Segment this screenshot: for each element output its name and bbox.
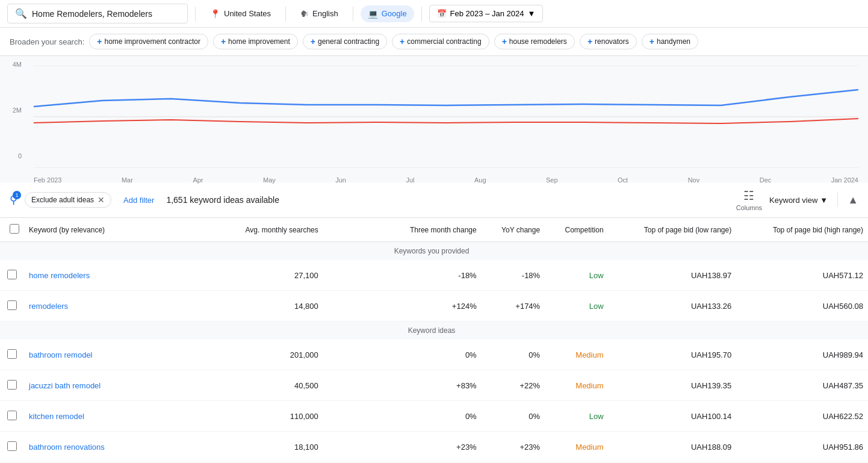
chip-label: commercial contracting <box>407 37 481 46</box>
keyword-cell[interactable]: bathroom remodel <box>24 340 214 370</box>
chip-label: general contracting <box>318 37 379 46</box>
table-row: home remodelers 27,100 -18% -18% Low UAH… <box>0 260 868 291</box>
y-label-0: 0 <box>0 152 24 160</box>
translate-icon: 🗣 <box>300 9 309 19</box>
table-row: bathroom remodel 201,000 0% 0% Medium UA… <box>0 340 868 370</box>
bid-high-column-header[interactable]: Top of page bid (high range) <box>736 218 868 242</box>
row-checkbox[interactable] <box>7 441 17 451</box>
plus-icon: + <box>502 37 507 46</box>
three-month-column-header[interactable]: Three month change <box>381 218 482 242</box>
table-row: bathroom renovations 18,100 +23% +23% Me… <box>0 432 868 462</box>
chip-close-icon[interactable]: ✕ <box>98 195 105 205</box>
x-label-feb: Feb 2023 <box>34 176 61 184</box>
section-label: Keywords you provided <box>0 242 868 261</box>
x-label-aug: Aug <box>474 176 486 184</box>
competition-column-header[interactable]: Competition <box>545 218 608 242</box>
date-range-label: Feb 2023 – Jan 2024 <box>450 9 524 18</box>
y-label-2m: 2M <box>0 107 24 114</box>
row-checkbox-cell <box>0 401 24 432</box>
competition-cell: Medium <box>545 340 608 370</box>
chevron-down-icon: ▼ <box>528 9 536 18</box>
bid-low-cell: UAH195.70 <box>609 340 737 370</box>
sparkline-cell <box>323 340 381 370</box>
location-button[interactable]: 📍 United States <box>203 5 278 22</box>
chevron-down-icon: ▼ <box>820 196 828 205</box>
bid-high-label: Top of page bid (high range) <box>773 226 863 234</box>
avg-monthly-column-header[interactable]: Avg. monthly searches <box>214 218 323 242</box>
language-button[interactable]: 🗣 English <box>293 5 346 22</box>
competition-value: Medium <box>575 443 603 452</box>
sparkline-cell <box>323 291 381 322</box>
divider <box>353 7 353 21</box>
row-checkbox[interactable] <box>7 349 17 359</box>
bid-low-cell: UAH100.14 <box>609 401 737 432</box>
competition-cell: Low <box>545 291 608 322</box>
keyword-cell[interactable]: kitchen remodel <box>24 401 214 432</box>
columns-button[interactable]: ☷ Columns <box>736 188 762 211</box>
date-range-button[interactable]: 📅 Feb 2023 – Jan 2024 ▼ <box>429 5 544 22</box>
avg-monthly-cell: 201,000 <box>214 340 323 370</box>
broaden-chip-5[interactable]: + renovators <box>580 34 637 49</box>
avg-monthly-cell: 18,100 <box>214 432 323 462</box>
x-axis: Feb 2023 Mar Apr May Jun Jul Aug Sep Oct… <box>34 174 858 184</box>
bid-high-cell: UAH560.08 <box>736 291 868 322</box>
competition-cell: Low <box>545 401 608 432</box>
sparkline-cell <box>323 401 381 432</box>
add-filter-button[interactable]: Add filter <box>119 193 159 207</box>
broaden-chip-1[interactable]: + home improvement <box>213 34 298 49</box>
row-checkbox[interactable] <box>7 380 17 390</box>
chip-text: Exclude adult ideas <box>31 196 94 204</box>
keyword-cell[interactable]: remodelers <box>24 291 214 322</box>
yoy-column-header[interactable]: YoY change <box>482 218 545 242</box>
yoy-cell: +23% <box>482 432 545 462</box>
keyword-view-label: Keyword view <box>769 196 817 205</box>
avg-monthly-cell: 27,100 <box>214 260 323 291</box>
calendar-icon: 📅 <box>437 9 447 18</box>
search-box[interactable]: 🔍 Home Remodelers, Remodelers <box>7 4 188 23</box>
platform-button[interactable]: 💻 Google <box>361 5 414 22</box>
select-all-checkbox[interactable] <box>10 224 19 234</box>
row-checkbox[interactable] <box>7 300 17 310</box>
x-label-jul: Jul <box>406 176 414 184</box>
plus-icon: + <box>97 37 102 46</box>
broaden-chip-2[interactable]: + general contracting <box>303 34 387 49</box>
chevron-up-icon: ▲ <box>848 194 858 206</box>
row-checkbox[interactable] <box>7 411 17 420</box>
collapse-button[interactable]: ▲ <box>848 194 858 207</box>
keyword-view-button[interactable]: Keyword view ▼ <box>769 196 828 205</box>
divider <box>837 193 838 207</box>
three-month-cell: 0% <box>381 340 482 370</box>
bid-low-column-header[interactable]: Top of page bid (low range) <box>609 218 737 242</box>
filter-button[interactable]: ⚲ 1 <box>10 193 17 207</box>
keyword-cell[interactable]: bathroom renovations <box>24 432 214 462</box>
table-toolbar: ⚲ 1 Exclude adult ideas ✕ Add filter 1,6… <box>0 182 868 218</box>
competition-cell: Medium <box>545 370 608 401</box>
broaden-chip-0[interactable]: + home improvement contractor <box>89 34 208 49</box>
three-month-cell: 0% <box>381 401 482 432</box>
x-label-sep: Sep <box>546 176 558 184</box>
keyword-count: 1,651 keyword ideas available <box>166 195 279 205</box>
row-checkbox-cell <box>0 340 24 370</box>
keyword-column-header[interactable]: Keyword (by relevance) <box>24 218 214 242</box>
chip-label: handymen <box>657 37 690 46</box>
competition-value: Low <box>589 271 604 280</box>
keyword-cell[interactable]: home remodelers <box>24 260 214 291</box>
avg-monthly-cell: 40,500 <box>214 370 323 401</box>
yoy-label: YoY change <box>501 226 540 234</box>
avg-monthly-cell: 110,000 <box>214 401 323 432</box>
filter-badge: 1 <box>13 191 21 199</box>
bid-low-label: Top of page bid (low range) <box>644 226 731 234</box>
yoy-cell: 0% <box>482 340 545 370</box>
plus-icon: + <box>221 37 226 46</box>
x-label-oct: Oct <box>618 176 628 184</box>
exclude-adult-chip[interactable]: Exclude adult ideas ✕ <box>25 192 111 208</box>
sparkline-column-header <box>323 218 381 242</box>
keyword-cell[interactable]: jacuzzi bath remodel <box>24 370 214 401</box>
broaden-chip-4[interactable]: + house remodelers <box>494 34 575 49</box>
broaden-chip-3[interactable]: + commercial contracting <box>392 34 489 49</box>
x-label-jan: Jan 2024 <box>831 176 858 184</box>
broaden-chip-6[interactable]: + handymen <box>642 34 698 49</box>
keyword-header-label: Keyword (by relevance) <box>29 226 105 234</box>
row-checkbox[interactable] <box>7 270 17 279</box>
row-checkbox-cell <box>0 260 24 291</box>
